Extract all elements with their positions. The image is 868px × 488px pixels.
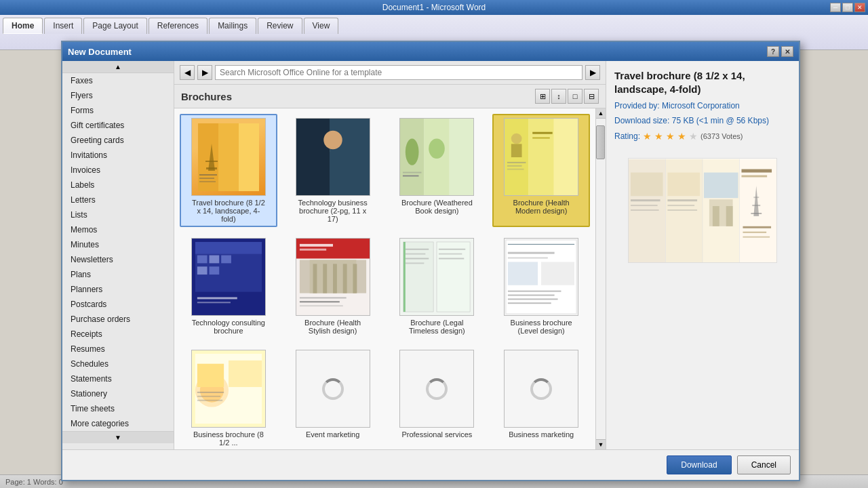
sidebar-scroll-up-btn[interactable]: ▲ <box>62 61 174 73</box>
template-label-health-modern: Brochure (Health Modern design) <box>504 199 578 215</box>
template-thumb-loading-2 <box>399 350 474 428</box>
sidebar-item-resumes[interactable]: Resumes <box>62 342 174 357</box>
sidebar-item-forms[interactable]: Forms <box>62 103 174 118</box>
app-title: Document1 - Microsoft Word <box>382 3 486 12</box>
template-row-3: Business brochure (8 1/2 ... Event marke… <box>180 346 590 449</box>
sidebar-item-flyers[interactable]: Flyers <box>62 88 174 103</box>
sidebar-item-greeting-cards[interactable]: Greeting cards <box>62 133 174 148</box>
tab-home[interactable]: Home <box>3 18 43 34</box>
sidebar-item-memos[interactable]: Memos <box>62 222 174 237</box>
tech-consult-svg <box>192 238 265 316</box>
view-btn-grid[interactable]: ⊞ <box>535 89 550 104</box>
template-row-1: Travel brochure (8 1/2 x 14, landscape, … <box>180 114 590 227</box>
svg-rect-66 <box>403 242 406 312</box>
svg-rect-112 <box>631 173 663 197</box>
svg-rect-72 <box>508 244 574 245</box>
sidebar-item-invoices[interactable]: Invoices <box>62 163 174 178</box>
dialog-title-controls: ? ✕ <box>767 46 793 57</box>
minimize-btn[interactable]: ─ <box>830 3 841 12</box>
template-label-weather: Brochure (Weathered Book design) <box>399 199 474 215</box>
sidebar-item-schedules[interactable]: Schedules <box>62 357 174 371</box>
sidebar-item-minutes[interactable]: Minutes <box>62 237 174 252</box>
template-item-tech-consult[interactable]: Technology consulting brochure <box>180 234 277 339</box>
sidebar-item-statements[interactable]: Statements <box>62 371 174 386</box>
template-label-travel: Travel brochure (8 1/2 x 14, landscape, … <box>191 199 266 223</box>
sidebar-item-postcards[interactable]: Postcards <box>62 297 174 312</box>
cancel-button[interactable]: Cancel <box>737 455 791 474</box>
star-4: ★ <box>677 131 686 142</box>
scroll-up-arrow[interactable]: ▲ <box>596 108 606 119</box>
dialog-close-btn[interactable]: ✕ <box>781 46 793 57</box>
dialog-footer: Download Cancel <box>62 449 799 480</box>
sidebar-item-planners[interactable]: Planners <box>62 282 174 297</box>
center-panel: ◀ ▶ ▶ Brochures ⊞ ↕ □ ⊟ <box>174 61 606 449</box>
tab-page-layout[interactable]: Page Layout <box>83 18 146 34</box>
view-btn-sort[interactable]: ↕ <box>551 89 566 104</box>
template-item-event-marketing[interactable]: Event marketing <box>284 346 382 449</box>
dialog-title-bar: New Document ? ✕ <box>62 42 799 61</box>
view-btn-small[interactable]: ⊟ <box>584 89 599 104</box>
template-item-health-modern[interactable]: Brochure (Health Modern design) <box>492 114 590 227</box>
template-item-professional[interactable]: Professional services <box>389 346 486 449</box>
tab-insert[interactable]: Insert <box>44 18 82 34</box>
sidebar-item-invitations[interactable]: Invitations <box>62 148 174 163</box>
svg-rect-22 <box>403 172 421 174</box>
preview-panel: Travel brochure (8 1/2 x 14, landscape, … <box>606 61 799 449</box>
sidebar-item-more-categories[interactable]: More categories <box>62 416 174 431</box>
sidebar-item-faxes[interactable]: Faxes <box>62 73 174 88</box>
tab-view[interactable]: View <box>304 18 339 34</box>
search-input[interactable] <box>215 65 583 80</box>
svg-rect-58 <box>300 305 343 306</box>
svg-rect-48 <box>300 249 326 251</box>
template-item-travel[interactable]: Travel brochure (8 1/2 x 14, landscape, … <box>180 114 277 227</box>
svg-point-15 <box>323 131 342 149</box>
svg-rect-109 <box>667 199 697 201</box>
template-item-business-8[interactable]: Business brochure (8 1/2 ... <box>180 346 277 449</box>
svg-rect-7 <box>199 174 217 176</box>
download-button[interactable]: Download <box>667 455 731 474</box>
sidebar-item-plans[interactable]: Plans <box>62 267 174 282</box>
search-back-btn[interactable]: ◀ <box>180 65 195 80</box>
svg-point-28 <box>511 134 522 144</box>
dialog-help-btn[interactable]: ? <box>767 46 779 57</box>
search-go-btn[interactable]: ▶ <box>585 65 600 80</box>
sidebar-item-labels[interactable]: Labels <box>62 178 174 192</box>
template-item-legal-timeless[interactable]: Brochure (Legal Timeless design) <box>389 234 486 339</box>
template-thumb-tech-consult <box>191 238 266 316</box>
svg-rect-111 <box>667 209 697 211</box>
search-forward-btn[interactable]: ▶ <box>197 65 212 80</box>
template-item-weathered[interactable]: Brochure (Weathered Book design) <box>389 114 486 227</box>
sidebar-item-newsletters[interactable]: Newsletters <box>62 252 174 267</box>
template-item-business-level[interactable]: Business brochure (Level design) <box>492 234 590 339</box>
template-item-business-marketing[interactable]: Business marketing <box>492 346 590 449</box>
sidebar-item-gift-certificates[interactable]: Gift certificates <box>62 118 174 133</box>
tab-mailings[interactable]: Mailings <box>209 18 256 34</box>
tab-references[interactable]: References <box>149 18 208 34</box>
sidebar-item-time-sheets[interactable]: Time sheets <box>62 401 174 416</box>
svg-rect-85 <box>197 364 224 387</box>
sidebar-item-letters[interactable]: Letters <box>62 192 174 207</box>
sidebar-item-receipts[interactable]: Receipts <box>62 327 174 342</box>
sidebar-item-stationery[interactable]: Stationery <box>62 386 174 401</box>
maximize-btn[interactable]: □ <box>842 3 853 12</box>
sidebar-scroll-down-btn[interactable]: ▼ <box>62 431 174 443</box>
sidebar-item-lists[interactable]: Lists <box>62 207 174 222</box>
scroll-thumb[interactable] <box>596 125 605 159</box>
svg-rect-73 <box>508 252 555 254</box>
close-btn[interactable]: ✕ <box>854 3 865 12</box>
svg-rect-33 <box>532 132 552 134</box>
tab-review[interactable]: Review <box>258 18 302 34</box>
download-size-value: 75 KB (<1 min @ 56 Kbps) <box>672 116 769 125</box>
view-btn-large[interactable]: □ <box>568 89 583 104</box>
preview-rating: Rating: ★ ★ ★ ★ ★ (6373 Votes) <box>614 131 791 142</box>
search-bar: ◀ ▶ ▶ <box>174 61 606 85</box>
template-item-health-stylish[interactable]: Brochure (Health Stylish design) <box>284 234 382 339</box>
template-label-legal: Brochure (Legal Timeless design) <box>399 319 474 335</box>
sidebar-item-purchase-orders[interactable]: Purchase orders <box>62 312 174 327</box>
svg-rect-61 <box>437 242 470 312</box>
svg-rect-6 <box>205 161 218 162</box>
scroll-down-arrow[interactable]: ▼ <box>596 439 606 449</box>
template-thumb-travel <box>191 118 266 196</box>
template-item-tech-business[interactable]: Technology business brochure (2-pg, 11 x… <box>284 114 382 227</box>
svg-point-21 <box>429 139 446 159</box>
